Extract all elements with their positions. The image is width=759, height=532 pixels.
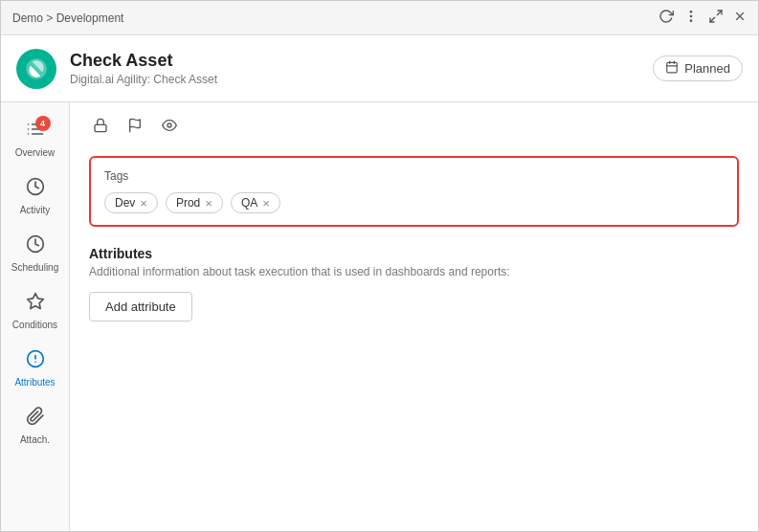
- attributes-section: Attributes Additional information about …: [89, 246, 739, 321]
- tag-dev-label: Dev: [115, 196, 135, 210]
- svg-point-0: [690, 11, 693, 13]
- attributes-label: Attributes: [14, 377, 55, 388]
- app-logo: [16, 49, 56, 89]
- refresh-icon[interactable]: [659, 9, 674, 27]
- attributes-title: Attributes: [89, 246, 739, 261]
- sidebar: 4 Overview Activity Scheduling: [1, 102, 70, 531]
- svg-marker-19: [27, 294, 43, 309]
- tags-label: Tags: [104, 169, 724, 183]
- sidebar-item-overview[interactable]: 4 Overview: [1, 110, 69, 167]
- add-attribute-button[interactable]: Add attribute: [89, 292, 192, 321]
- asset-subtitle: Digital.ai Agility: Check Asset: [70, 73, 653, 86]
- status-badge[interactable]: Planned: [653, 55, 743, 81]
- conditions-icon: [26, 292, 45, 316]
- header-text: Check Asset Digital.ai Agility: Check As…: [70, 51, 653, 86]
- svg-point-2: [690, 19, 693, 22]
- tag-prod-remove[interactable]: ×: [205, 197, 212, 210]
- expand-icon[interactable]: [708, 9, 724, 27]
- main-layout: 4 Overview Activity Scheduling: [1, 102, 758, 531]
- tag-qa-remove[interactable]: ×: [262, 197, 270, 210]
- lock-icon[interactable]: [89, 114, 112, 141]
- sidebar-item-attach[interactable]: Attach.: [1, 397, 69, 454]
- overview-icon: 4: [26, 120, 45, 144]
- tag-qa-label: QA: [241, 196, 257, 210]
- tag-dev-remove[interactable]: ×: [140, 197, 147, 210]
- eye-icon[interactable]: [158, 114, 181, 141]
- title-bar-actions: [659, 9, 747, 27]
- more-icon[interactable]: [683, 9, 699, 27]
- svg-point-25: [167, 123, 171, 127]
- attach-icon: [26, 407, 45, 431]
- sidebar-item-attributes[interactable]: Attributes: [1, 340, 69, 397]
- sidebar-item-conditions[interactable]: Conditions: [1, 282, 69, 340]
- tag-chip-prod: Prod ×: [166, 192, 223, 213]
- tags-section: Tags Dev × Prod × QA ×: [89, 156, 739, 227]
- tag-chip-qa: QA ×: [231, 192, 280, 213]
- tag-chip-dev: Dev ×: [104, 192, 158, 213]
- content-area: Tags Dev × Prod × QA × Attributes Additi…: [70, 102, 758, 531]
- activity-icon: [26, 177, 45, 201]
- scheduling-label: Scheduling: [11, 262, 58, 273]
- status-calendar-icon: [665, 60, 679, 77]
- close-icon[interactable]: [733, 10, 747, 26]
- activity-label: Activity: [20, 205, 51, 215]
- svg-rect-7: [667, 62, 678, 73]
- svg-rect-23: [95, 124, 106, 131]
- tags-container: Dev × Prod × QA ×: [104, 192, 724, 213]
- overview-badge: 4: [35, 116, 51, 131]
- tag-prod-label: Prod: [176, 196, 200, 210]
- svg-line-3: [717, 11, 722, 15]
- conditions-label: Conditions: [12, 320, 57, 330]
- attributes-sidebar-icon: [26, 349, 45, 373]
- header: Check Asset Digital.ai Agility: Check As…: [1, 35, 758, 102]
- sidebar-item-scheduling[interactable]: Scheduling: [1, 225, 69, 282]
- toolbar: [89, 114, 739, 141]
- title-bar: Demo > Development: [1, 1, 758, 35]
- breadcrumb: Demo > Development: [12, 11, 123, 25]
- svg-line-4: [710, 17, 715, 22]
- sidebar-item-activity[interactable]: Activity: [1, 167, 69, 225]
- scheduling-icon: [26, 234, 45, 258]
- attributes-description: Additional information about task execut…: [89, 265, 739, 278]
- attach-label: Attach.: [20, 434, 50, 445]
- svg-point-1: [690, 15, 693, 18]
- status-label: Planned: [684, 61, 730, 76]
- overview-label: Overview: [15, 147, 56, 158]
- asset-title: Check Asset: [70, 51, 653, 71]
- flag-icon[interactable]: [123, 114, 146, 141]
